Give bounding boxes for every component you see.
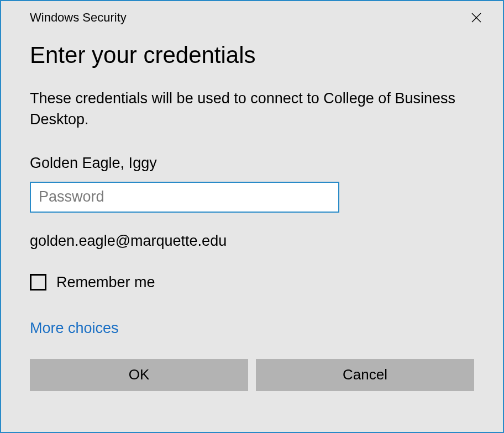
windows-security-dialog: Windows Security Enter your credentials … — [0, 0, 504, 433]
heading: Enter your credentials — [30, 42, 474, 68]
more-choices-link[interactable]: More choices — [30, 320, 119, 337]
remember-me-row[interactable]: Remember me — [30, 274, 474, 291]
dialog-content: Enter your credentials These credentials… — [1, 29, 503, 408]
ok-button[interactable]: OK — [30, 359, 248, 391]
description: These credentials will be used to connec… — [30, 88, 474, 130]
remember-label: Remember me — [56, 274, 155, 291]
titlebar: Windows Security — [1, 1, 503, 29]
button-row: OK Cancel — [30, 359, 474, 391]
close-icon — [471, 12, 482, 23]
password-input[interactable] — [30, 182, 339, 213]
email-label: golden.eagle@marquette.edu — [30, 233, 474, 250]
username-label: Golden Eagle, Iggy — [30, 155, 474, 172]
cancel-button[interactable]: Cancel — [256, 359, 474, 391]
remember-checkbox[interactable] — [30, 274, 46, 291]
close-button[interactable] — [465, 7, 487, 29]
dialog-title: Windows Security — [30, 10, 127, 25]
